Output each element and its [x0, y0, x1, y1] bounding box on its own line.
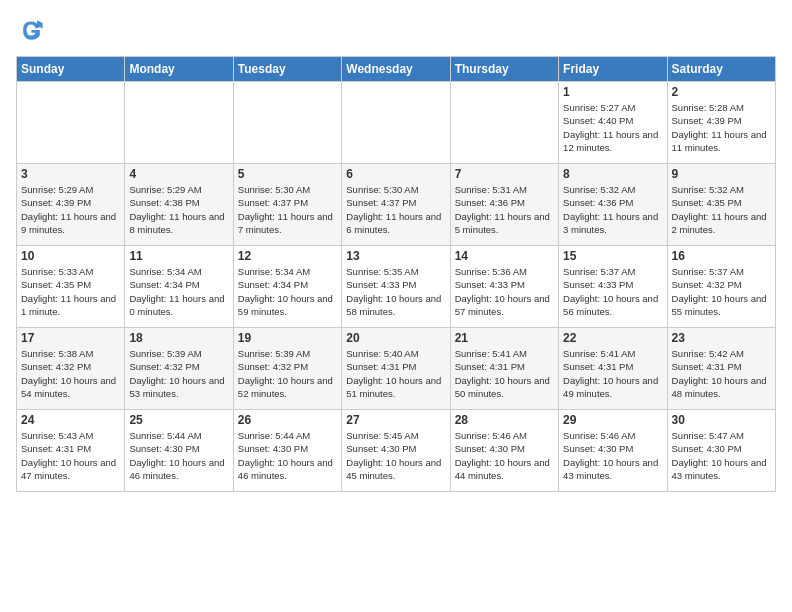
calendar-week-row: 24Sunrise: 5:43 AM Sunset: 4:31 PM Dayli… — [17, 410, 776, 492]
day-number: 8 — [563, 167, 662, 181]
logo-icon — [16, 16, 44, 44]
day-info: Sunrise: 5:32 AM Sunset: 4:35 PM Dayligh… — [672, 183, 771, 236]
day-number: 22 — [563, 331, 662, 345]
calendar-cell: 14Sunrise: 5:36 AM Sunset: 4:33 PM Dayli… — [450, 246, 558, 328]
day-info: Sunrise: 5:36 AM Sunset: 4:33 PM Dayligh… — [455, 265, 554, 318]
calendar-cell: 21Sunrise: 5:41 AM Sunset: 4:31 PM Dayli… — [450, 328, 558, 410]
calendar-cell: 6Sunrise: 5:30 AM Sunset: 4:37 PM Daylig… — [342, 164, 450, 246]
day-number: 28 — [455, 413, 554, 427]
day-info: Sunrise: 5:38 AM Sunset: 4:32 PM Dayligh… — [21, 347, 120, 400]
calendar-cell: 17Sunrise: 5:38 AM Sunset: 4:32 PM Dayli… — [17, 328, 125, 410]
calendar-header-sunday: Sunday — [17, 57, 125, 82]
day-number: 20 — [346, 331, 445, 345]
calendar-cell: 16Sunrise: 5:37 AM Sunset: 4:32 PM Dayli… — [667, 246, 775, 328]
calendar: SundayMondayTuesdayWednesdayThursdayFrid… — [16, 56, 776, 492]
day-info: Sunrise: 5:35 AM Sunset: 4:33 PM Dayligh… — [346, 265, 445, 318]
calendar-header-row: SundayMondayTuesdayWednesdayThursdayFrid… — [17, 57, 776, 82]
calendar-cell — [125, 82, 233, 164]
day-info: Sunrise: 5:30 AM Sunset: 4:37 PM Dayligh… — [346, 183, 445, 236]
day-info: Sunrise: 5:41 AM Sunset: 4:31 PM Dayligh… — [563, 347, 662, 400]
day-number: 29 — [563, 413, 662, 427]
day-info: Sunrise: 5:30 AM Sunset: 4:37 PM Dayligh… — [238, 183, 337, 236]
logo — [16, 16, 48, 44]
day-info: Sunrise: 5:44 AM Sunset: 4:30 PM Dayligh… — [129, 429, 228, 482]
calendar-header-monday: Monday — [125, 57, 233, 82]
day-number: 25 — [129, 413, 228, 427]
day-number: 3 — [21, 167, 120, 181]
calendar-cell: 10Sunrise: 5:33 AM Sunset: 4:35 PM Dayli… — [17, 246, 125, 328]
day-info: Sunrise: 5:34 AM Sunset: 4:34 PM Dayligh… — [129, 265, 228, 318]
day-number: 12 — [238, 249, 337, 263]
day-number: 15 — [563, 249, 662, 263]
day-info: Sunrise: 5:40 AM Sunset: 4:31 PM Dayligh… — [346, 347, 445, 400]
day-info: Sunrise: 5:28 AM Sunset: 4:39 PM Dayligh… — [672, 101, 771, 154]
calendar-cell: 25Sunrise: 5:44 AM Sunset: 4:30 PM Dayli… — [125, 410, 233, 492]
calendar-cell: 29Sunrise: 5:46 AM Sunset: 4:30 PM Dayli… — [559, 410, 667, 492]
calendar-cell: 11Sunrise: 5:34 AM Sunset: 4:34 PM Dayli… — [125, 246, 233, 328]
day-number: 27 — [346, 413, 445, 427]
calendar-cell — [233, 82, 341, 164]
day-info: Sunrise: 5:31 AM Sunset: 4:36 PM Dayligh… — [455, 183, 554, 236]
day-info: Sunrise: 5:41 AM Sunset: 4:31 PM Dayligh… — [455, 347, 554, 400]
calendar-week-row: 3Sunrise: 5:29 AM Sunset: 4:39 PM Daylig… — [17, 164, 776, 246]
day-info: Sunrise: 5:43 AM Sunset: 4:31 PM Dayligh… — [21, 429, 120, 482]
calendar-week-row: 1Sunrise: 5:27 AM Sunset: 4:40 PM Daylig… — [17, 82, 776, 164]
calendar-cell: 13Sunrise: 5:35 AM Sunset: 4:33 PM Dayli… — [342, 246, 450, 328]
day-number: 30 — [672, 413, 771, 427]
day-info: Sunrise: 5:27 AM Sunset: 4:40 PM Dayligh… — [563, 101, 662, 154]
calendar-week-row: 10Sunrise: 5:33 AM Sunset: 4:35 PM Dayli… — [17, 246, 776, 328]
day-number: 1 — [563, 85, 662, 99]
day-number: 7 — [455, 167, 554, 181]
day-number: 9 — [672, 167, 771, 181]
calendar-cell: 7Sunrise: 5:31 AM Sunset: 4:36 PM Daylig… — [450, 164, 558, 246]
calendar-cell: 23Sunrise: 5:42 AM Sunset: 4:31 PM Dayli… — [667, 328, 775, 410]
calendar-cell: 4Sunrise: 5:29 AM Sunset: 4:38 PM Daylig… — [125, 164, 233, 246]
day-number: 21 — [455, 331, 554, 345]
day-info: Sunrise: 5:37 AM Sunset: 4:32 PM Dayligh… — [672, 265, 771, 318]
day-info: Sunrise: 5:39 AM Sunset: 4:32 PM Dayligh… — [129, 347, 228, 400]
day-info: Sunrise: 5:34 AM Sunset: 4:34 PM Dayligh… — [238, 265, 337, 318]
page-header — [16, 16, 776, 44]
calendar-cell: 3Sunrise: 5:29 AM Sunset: 4:39 PM Daylig… — [17, 164, 125, 246]
calendar-cell: 8Sunrise: 5:32 AM Sunset: 4:36 PM Daylig… — [559, 164, 667, 246]
calendar-header-tuesday: Tuesday — [233, 57, 341, 82]
calendar-cell: 9Sunrise: 5:32 AM Sunset: 4:35 PM Daylig… — [667, 164, 775, 246]
calendar-week-row: 17Sunrise: 5:38 AM Sunset: 4:32 PM Dayli… — [17, 328, 776, 410]
day-number: 18 — [129, 331, 228, 345]
day-info: Sunrise: 5:44 AM Sunset: 4:30 PM Dayligh… — [238, 429, 337, 482]
day-number: 24 — [21, 413, 120, 427]
day-info: Sunrise: 5:46 AM Sunset: 4:30 PM Dayligh… — [563, 429, 662, 482]
day-info: Sunrise: 5:39 AM Sunset: 4:32 PM Dayligh… — [238, 347, 337, 400]
day-number: 13 — [346, 249, 445, 263]
day-info: Sunrise: 5:32 AM Sunset: 4:36 PM Dayligh… — [563, 183, 662, 236]
calendar-cell: 20Sunrise: 5:40 AM Sunset: 4:31 PM Dayli… — [342, 328, 450, 410]
day-info: Sunrise: 5:47 AM Sunset: 4:30 PM Dayligh… — [672, 429, 771, 482]
day-number: 23 — [672, 331, 771, 345]
calendar-header-thursday: Thursday — [450, 57, 558, 82]
calendar-cell: 12Sunrise: 5:34 AM Sunset: 4:34 PM Dayli… — [233, 246, 341, 328]
day-number: 19 — [238, 331, 337, 345]
day-number: 6 — [346, 167, 445, 181]
day-info: Sunrise: 5:29 AM Sunset: 4:38 PM Dayligh… — [129, 183, 228, 236]
calendar-cell — [450, 82, 558, 164]
calendar-cell: 26Sunrise: 5:44 AM Sunset: 4:30 PM Dayli… — [233, 410, 341, 492]
day-info: Sunrise: 5:42 AM Sunset: 4:31 PM Dayligh… — [672, 347, 771, 400]
day-number: 5 — [238, 167, 337, 181]
day-info: Sunrise: 5:29 AM Sunset: 4:39 PM Dayligh… — [21, 183, 120, 236]
calendar-cell — [342, 82, 450, 164]
calendar-cell: 27Sunrise: 5:45 AM Sunset: 4:30 PM Dayli… — [342, 410, 450, 492]
calendar-cell: 24Sunrise: 5:43 AM Sunset: 4:31 PM Dayli… — [17, 410, 125, 492]
day-number: 10 — [21, 249, 120, 263]
calendar-cell — [17, 82, 125, 164]
day-info: Sunrise: 5:45 AM Sunset: 4:30 PM Dayligh… — [346, 429, 445, 482]
calendar-header-saturday: Saturday — [667, 57, 775, 82]
calendar-cell: 22Sunrise: 5:41 AM Sunset: 4:31 PM Dayli… — [559, 328, 667, 410]
calendar-header-friday: Friday — [559, 57, 667, 82]
calendar-cell: 2Sunrise: 5:28 AM Sunset: 4:39 PM Daylig… — [667, 82, 775, 164]
day-info: Sunrise: 5:33 AM Sunset: 4:35 PM Dayligh… — [21, 265, 120, 318]
day-number: 26 — [238, 413, 337, 427]
day-info: Sunrise: 5:37 AM Sunset: 4:33 PM Dayligh… — [563, 265, 662, 318]
day-number: 4 — [129, 167, 228, 181]
calendar-header-wednesday: Wednesday — [342, 57, 450, 82]
day-info: Sunrise: 5:46 AM Sunset: 4:30 PM Dayligh… — [455, 429, 554, 482]
